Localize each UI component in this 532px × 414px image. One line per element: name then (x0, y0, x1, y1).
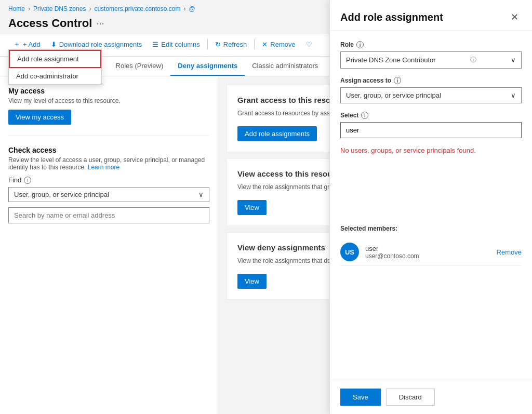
side-panel: Add role assignment ✕ Role i Private DNS… (329, 0, 532, 414)
breadcrumb-dns-zones[interactable]: Private DNS zones (33, 5, 86, 12)
results-spacer (340, 158, 522, 221)
member-row: US user user@contoso.com Remove (340, 238, 522, 266)
tab-deny-assignments[interactable]: Deny assignments (170, 57, 245, 76)
learn-more-link[interactable]: Learn more (88, 164, 119, 171)
member-email: user@contoso.com (365, 252, 490, 260)
role-info-inline: ⓘ (470, 56, 476, 64)
refresh-icon: ↻ (215, 41, 221, 48)
more-options-icon[interactable]: ··· (96, 18, 104, 29)
add-role-assignment-menu-item[interactable]: Add role assignment (9, 50, 101, 68)
favorite-button[interactable]: ♡ (301, 37, 317, 51)
remove-icon: ✕ (262, 41, 268, 48)
view-access-button[interactable]: View (237, 200, 267, 215)
breadcrumb-home[interactable]: Home (8, 5, 25, 12)
side-panel-body: Role i Private DNS Zone Contributor ⓘ ∨ … (330, 31, 532, 380)
role-label: Role i (340, 41, 522, 48)
role-info-icon: i (356, 41, 364, 48)
separator2 (254, 39, 255, 49)
selected-members-label: Selected members: (340, 225, 522, 232)
tab-roles-preview[interactable]: Roles (Preview) (109, 57, 171, 76)
view-deny-button[interactable]: View (237, 274, 267, 289)
chevron-down-icon: ∨ (198, 191, 204, 198)
member-name: user (365, 245, 490, 252)
search-input[interactable] (8, 207, 209, 223)
assign-chevron-icon: ∨ (511, 91, 516, 99)
my-access-title: My access (8, 87, 209, 95)
role-select[interactable]: Private DNS Zone Contributor ⓘ ∨ (340, 51, 522, 69)
discard-button[interactable]: Discard (386, 389, 435, 406)
my-access-desc: View my level of access to this resource… (8, 97, 209, 104)
select-info-icon: i (361, 112, 368, 119)
side-panel-title: Add role assignment (340, 11, 443, 23)
columns-icon: ☰ (152, 41, 158, 48)
refresh-button[interactable]: ↻ Refresh (210, 37, 252, 51)
member-info: user user@contoso.com (365, 245, 490, 260)
assign-label: Assign access to i (340, 77, 522, 84)
page-title: Access Control (8, 17, 92, 30)
side-panel-footer: Save Discard (330, 380, 532, 414)
find-info-icon: i (24, 177, 31, 184)
no-results-message: No users, groups, or service principals … (340, 142, 522, 158)
check-access-desc: Review the level of access a user, group… (8, 156, 209, 171)
separator (207, 39, 208, 49)
check-access-title: Check access (8, 146, 209, 154)
view-my-access-button[interactable]: View my access (8, 110, 71, 125)
select-label: Select i (340, 112, 522, 119)
side-panel-header: Add role assignment ✕ (330, 0, 532, 31)
divider1 (8, 135, 209, 136)
download-icon: ⬇ (51, 41, 57, 48)
select-input[interactable] (340, 122, 522, 138)
assign-info-icon: i (394, 77, 401, 84)
breadcrumb-at[interactable]: @ (189, 5, 195, 12)
save-button[interactable]: Save (340, 389, 381, 406)
add-co-administrator-menu-item[interactable]: Add co-administrator (9, 68, 101, 84)
remove-button[interactable]: ✕ Remove (257, 37, 300, 51)
tab-classic-administrators[interactable]: Classic administrators (245, 57, 325, 76)
avatar: US (340, 243, 359, 261)
edit-columns-button[interactable]: ☰ Edit columns (147, 37, 205, 51)
member-remove-link[interactable]: Remove (497, 248, 522, 256)
find-select[interactable]: User, group, or service principal ∨ (8, 187, 209, 202)
heart-icon: ♡ (306, 41, 312, 48)
find-label: Find i (8, 176, 209, 184)
chevron-down-icon: ∨ (511, 56, 516, 64)
assign-select[interactable]: User, group, or service principal ∨ (340, 87, 522, 103)
add-role-assignments-button[interactable]: Add role assignments (237, 126, 317, 141)
add-dropdown-menu: Add role assignment Add co-administrator (8, 49, 102, 85)
breadcrumb-contoso[interactable]: customers.private.contoso.com (94, 5, 180, 12)
left-panel: My access View my level of access to thi… (0, 76, 218, 414)
close-button[interactable]: ✕ (508, 10, 522, 24)
add-icon: ＋ (14, 39, 20, 49)
